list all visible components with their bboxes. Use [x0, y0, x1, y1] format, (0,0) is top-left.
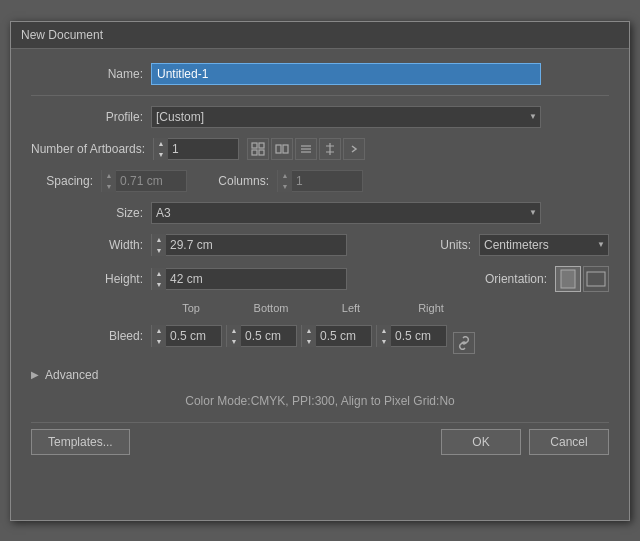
width-input[interactable] [166, 235, 346, 255]
bleed-top-spinner: ▲ ▼ [151, 325, 222, 347]
spacing-input[interactable] [116, 171, 186, 191]
svg-rect-13 [587, 272, 605, 286]
width-units-row: Width: ▲ ▼ Units: CentimetersMillimeters… [31, 234, 609, 256]
layout-icons [247, 138, 365, 160]
bleed-left-down[interactable]: ▼ [302, 336, 316, 347]
bleed-left-col-label: Left [311, 302, 391, 314]
profile-label: Profile: [31, 110, 151, 124]
svg-rect-2 [252, 150, 257, 155]
height-down[interactable]: ▼ [152, 279, 166, 290]
artboards-label: Number of Artboards: [31, 142, 153, 156]
units-label: Units: [429, 238, 479, 252]
bleed-left-arrows: ▲ ▼ [302, 325, 316, 347]
spacing-up[interactable]: ▲ [102, 170, 116, 181]
orientation-icons [555, 266, 609, 292]
height-orientation-row: Height: ▲ ▼ Orientation: [31, 266, 609, 292]
bleed-bottom-col-label: Bottom [231, 302, 311, 314]
portrait-btn[interactable] [555, 266, 581, 292]
title-bar: New Document [11, 22, 629, 49]
layout-grid-icon[interactable] [247, 138, 269, 160]
bleed-top-up[interactable]: ▲ [152, 325, 166, 336]
layout-row-icon[interactable] [271, 138, 293, 160]
new-document-dialog: New Document Name: Profile: [Custom]Prin… [10, 21, 630, 521]
artboards-down[interactable]: ▼ [154, 149, 168, 160]
bleed-right-down[interactable]: ▼ [377, 336, 391, 347]
columns-group: Columns: ▲ ▼ [207, 170, 363, 192]
bleed-bottom-spinner: ▲ ▼ [226, 325, 297, 347]
width-spinner: ▲ ▼ [151, 234, 347, 256]
bleed-section: Top Bottom Left Right Bleed: ▲ ▼ ▲ [31, 302, 609, 354]
columns-up[interactable]: ▲ [278, 170, 292, 181]
spacing-group: Spacing: ▲ ▼ [31, 170, 187, 192]
bleed-bottom-down[interactable]: ▼ [227, 336, 241, 347]
size-select[interactable]: A3A4A5LetterLegalTabloid [151, 202, 541, 224]
name-input[interactable] [151, 63, 541, 85]
layout-right-icon[interactable] [343, 138, 365, 160]
width-arrows: ▲ ▼ [152, 234, 166, 256]
bleed-top-input[interactable] [166, 326, 221, 346]
width-label: Width: [31, 238, 151, 252]
spacing-arrows: ▲ ▼ [102, 170, 116, 192]
width-down[interactable]: ▼ [152, 245, 166, 256]
bleed-left-spinner: ▲ ▼ [301, 325, 372, 347]
advanced-arrow-icon: ▶ [31, 369, 39, 380]
spacing-spinner: ▲ ▼ [101, 170, 187, 192]
artboards-arrows: ▲ ▼ [154, 138, 168, 160]
ok-button[interactable]: OK [441, 429, 521, 455]
bleed-right-col-label: Right [391, 302, 471, 314]
profile-select-wrapper: [Custom]PrintWebMobileVideo and FilmBasi… [151, 106, 541, 128]
profile-select[interactable]: [Custom]PrintWebMobileVideo and FilmBasi… [151, 106, 541, 128]
profile-row: Profile: [Custom]PrintWebMobileVideo and… [31, 106, 609, 128]
advanced-section[interactable]: ▶ Advanced [31, 362, 609, 388]
bleed-left-up[interactable]: ▲ [302, 325, 316, 336]
columns-down[interactable]: ▼ [278, 181, 292, 192]
columns-label: Columns: [207, 174, 277, 188]
bleed-left-input[interactable] [316, 326, 371, 346]
spacing-down[interactable]: ▼ [102, 181, 116, 192]
spacing-columns-row: Spacing: ▲ ▼ Columns: ▲ ▼ [31, 170, 609, 192]
columns-input[interactable] [292, 171, 362, 191]
layout-arrange-icon[interactable] [295, 138, 317, 160]
svg-rect-1 [259, 143, 264, 148]
bleed-right-up[interactable]: ▲ [377, 325, 391, 336]
svg-rect-4 [276, 145, 281, 153]
bleed-right-input[interactable] [391, 326, 446, 346]
units-select[interactable]: CentimetersMillimetersInchesPixelsPoints… [479, 234, 609, 256]
spacing-label: Spacing: [31, 174, 101, 188]
columns-spinner: ▲ ▼ [277, 170, 363, 192]
units-select-wrapper: CentimetersMillimetersInchesPixelsPoints… [479, 234, 609, 256]
cancel-button[interactable]: Cancel [529, 429, 609, 455]
size-select-wrapper: A3A4A5LetterLegalTabloid [151, 202, 541, 224]
artboards-up[interactable]: ▲ [154, 138, 168, 149]
bleed-bottom-input[interactable] [241, 326, 296, 346]
artboards-input[interactable] [168, 139, 238, 159]
advanced-label: Advanced [45, 368, 98, 382]
bleed-bottom-up[interactable]: ▲ [227, 325, 241, 336]
height-up[interactable]: ▲ [152, 268, 166, 279]
height-input[interactable] [166, 269, 346, 289]
info-row: Color Mode:CMYK, PPI:300, Align to Pixel… [31, 394, 609, 408]
bleed-link-icon[interactable] [453, 332, 475, 354]
info-text: Color Mode:CMYK, PPI:300, Align to Pixel… [185, 394, 454, 408]
height-spinner: ▲ ▼ [151, 268, 347, 290]
bleed-right-spinner: ▲ ▼ [376, 325, 447, 347]
bleed-top-down[interactable]: ▼ [152, 336, 166, 347]
svg-rect-5 [283, 145, 288, 153]
layout-spacing-icon[interactable] [319, 138, 341, 160]
svg-rect-12 [561, 270, 575, 288]
svg-rect-3 [259, 150, 264, 155]
ok-cancel-group: OK Cancel [441, 429, 609, 455]
orientation-label: Orientation: [475, 272, 555, 286]
landscape-btn[interactable] [583, 266, 609, 292]
artboards-row: Number of Artboards: ▲ ▼ [31, 138, 609, 160]
name-label: Name: [31, 67, 151, 81]
templates-button[interactable]: Templates... [31, 429, 130, 455]
height-arrows: ▲ ▼ [152, 268, 166, 290]
svg-rect-0 [252, 143, 257, 148]
columns-arrows: ▲ ▼ [278, 170, 292, 192]
bleed-top-arrows: ▲ ▼ [152, 325, 166, 347]
bleed-bottom-arrows: ▲ ▼ [227, 325, 241, 347]
bleed-top-col-label: Top [151, 302, 231, 314]
width-up[interactable]: ▲ [152, 234, 166, 245]
size-row: Size: A3A4A5LetterLegalTabloid [31, 202, 609, 224]
